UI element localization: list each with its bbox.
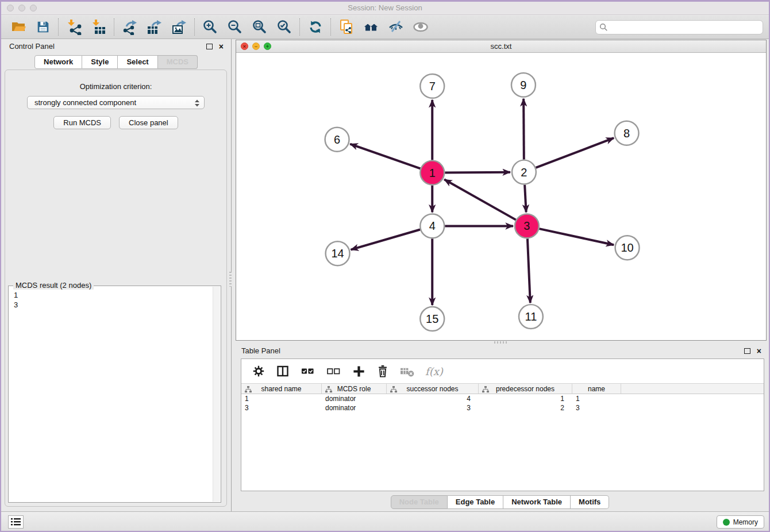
task-history-button[interactable]: [8, 515, 24, 529]
control-panel: Control Panel × Network Style Select MCD…: [1, 39, 232, 511]
toolbar-separator: [299, 18, 300, 36]
graph-node-label-10: 10: [621, 241, 633, 254]
column-hierarchy-icon: [390, 386, 397, 393]
graph-edge-4-14[interactable]: [351, 229, 421, 249]
graph-edge-2-8[interactable]: [536, 138, 614, 168]
cell-shared-name[interactable]: 1: [241, 394, 322, 403]
float-table-panel-icon[interactable]: [744, 348, 750, 354]
criterion-dropdown[interactable]: strongly connected component: [27, 96, 205, 109]
search-input[interactable]: [595, 20, 763, 34]
column-hierarchy-icon: [482, 386, 489, 393]
cell-successor-nodes[interactable]: 3: [387, 403, 479, 413]
zoom-selected-button[interactable]: [272, 17, 297, 37]
network-overview-button[interactable]: [359, 17, 383, 37]
tab-mcds[interactable]: MCDS: [158, 55, 198, 69]
show-details-button[interactable]: [408, 17, 433, 37]
memory-button-label: Memory: [733, 518, 758, 526]
column-header-successor-nodes[interactable]: successor nodes: [387, 384, 479, 394]
graph-edge-3-11[interactable]: [528, 238, 530, 303]
window-controls[interactable]: [7, 5, 37, 11]
window-titlebar[interactable]: Session: New Session: [1, 2, 769, 15]
column-header-shared-name[interactable]: shared name: [241, 384, 322, 394]
graph-edge-2-9[interactable]: [523, 99, 524, 160]
graph-node-label-14: 14: [331, 247, 344, 260]
minimize-window-button[interactable]: [18, 5, 25, 11]
export-network-button[interactable]: [117, 17, 142, 37]
cell-name[interactable]: 1: [572, 394, 621, 403]
save-session-button[interactable]: [30, 17, 55, 37]
network-canvas-svg[interactable]: 7968124314101511: [236, 53, 766, 340]
column-header-mcds-role[interactable]: MCDS role: [322, 384, 387, 394]
network-window-titlebar[interactable]: × − + scc.txt: [236, 40, 766, 53]
export-image-button[interactable]: [167, 17, 191, 37]
tab-network[interactable]: Network: [34, 55, 82, 69]
zoom-in-button[interactable]: [198, 17, 222, 37]
tab-select[interactable]: Select: [118, 55, 157, 69]
home-icon: [363, 19, 380, 35]
zoom-selected-icon: [276, 19, 292, 35]
close-table-panel-icon[interactable]: ×: [757, 348, 761, 354]
tab-motifs[interactable]: Motifs: [571, 495, 609, 509]
graph-edge-1-2[interactable]: [445, 172, 510, 173]
import-network-button[interactable]: [61, 17, 86, 37]
cell-mcds-role[interactable]: dominator: [322, 394, 387, 403]
table-row[interactable]: 1 dominator 4 1 1: [241, 394, 764, 403]
criterion-dropdown-value: strongly connected component: [34, 98, 136, 107]
import-table-button[interactable]: [86, 17, 111, 37]
close-panel-button[interactable]: Close panel: [119, 116, 178, 129]
node-table-view: f(x) shared name MCDS role successor nod…: [241, 358, 764, 491]
cell-name[interactable]: 3: [572, 403, 621, 413]
graph-node-label-2: 2: [521, 166, 527, 179]
graph-edge-3-1[interactable]: [444, 179, 516, 219]
vertical-splitter-handle[interactable]: [229, 272, 232, 287]
refresh-view-button[interactable]: [303, 17, 328, 37]
result-scrollbar[interactable]: [213, 287, 220, 502]
run-mcds-button[interactable]: Run MCDS: [53, 116, 111, 129]
unselect-all-columns-icon[interactable]: [326, 365, 341, 377]
open-session-button[interactable]: [6, 17, 30, 37]
graph-edge-2-3[interactable]: [525, 185, 526, 213]
zoom-window-button[interactable]: [30, 5, 37, 11]
network-close-button[interactable]: ×: [241, 43, 248, 50]
table-panel-tabs: Node Table Edge Table Network Table Moti…: [236, 495, 764, 509]
zoom-fit-button[interactable]: [247, 17, 272, 37]
mcds-result-box: MCDS result (2 nodes) 1 3: [8, 286, 221, 503]
tab-style[interactable]: Style: [82, 55, 118, 69]
delete-column-icon[interactable]: [376, 364, 389, 378]
cell-successor-nodes[interactable]: 4: [387, 394, 479, 403]
graph-edge-1-6[interactable]: [350, 144, 420, 169]
network-maximize-button[interactable]: +: [264, 43, 271, 50]
tab-edge-table[interactable]: Edge Table: [448, 495, 503, 509]
column-layout-icon[interactable]: [276, 364, 290, 378]
cell-mcds-role[interactable]: dominator: [322, 403, 387, 413]
close-panel-icon[interactable]: ×: [219, 44, 224, 49]
tab-network-table[interactable]: Network Table: [503, 495, 571, 509]
column-header-predecessor-nodes[interactable]: predecessor nodes: [479, 384, 572, 394]
network-minimize-button[interactable]: −: [252, 43, 260, 50]
column-header-name[interactable]: name: [572, 384, 621, 394]
float-panel-icon[interactable]: [206, 44, 213, 49]
workspace-area: × − + scc.txt 7968124314101511: [232, 39, 769, 511]
import-table-icon: [91, 19, 107, 35]
cell-predecessor-nodes[interactable]: 2: [479, 403, 572, 413]
hide-details-button[interactable]: [383, 17, 408, 37]
mcds-result-list[interactable]: 1 3: [9, 286, 221, 314]
cell-shared-name[interactable]: 3: [241, 403, 322, 413]
toolbar-separator: [194, 18, 195, 36]
select-all-columns-icon[interactable]: [301, 365, 315, 377]
network-canvas[interactable]: 7968124314101511: [236, 53, 766, 340]
clone-network-button[interactable]: [334, 17, 359, 37]
table-row[interactable]: 3 dominator 3 2 3: [241, 403, 764, 413]
main-toolbar: [1, 16, 769, 39]
memory-button[interactable]: Memory: [717, 515, 764, 529]
close-window-button[interactable]: [7, 5, 14, 11]
cell-predecessor-nodes[interactable]: 1: [479, 394, 572, 403]
graph-node-label-3: 3: [523, 219, 530, 232]
control-panel-tabs: Network Style Select MCDS: [1, 55, 231, 69]
export-table-button[interactable]: [142, 17, 167, 37]
column-settings-gear-icon[interactable]: [252, 365, 265, 377]
tab-node-table[interactable]: Node Table: [391, 495, 448, 509]
zoom-out-button[interactable]: [222, 17, 247, 37]
add-column-icon[interactable]: [352, 365, 365, 378]
graph-edge-3-10[interactable]: [539, 229, 614, 245]
